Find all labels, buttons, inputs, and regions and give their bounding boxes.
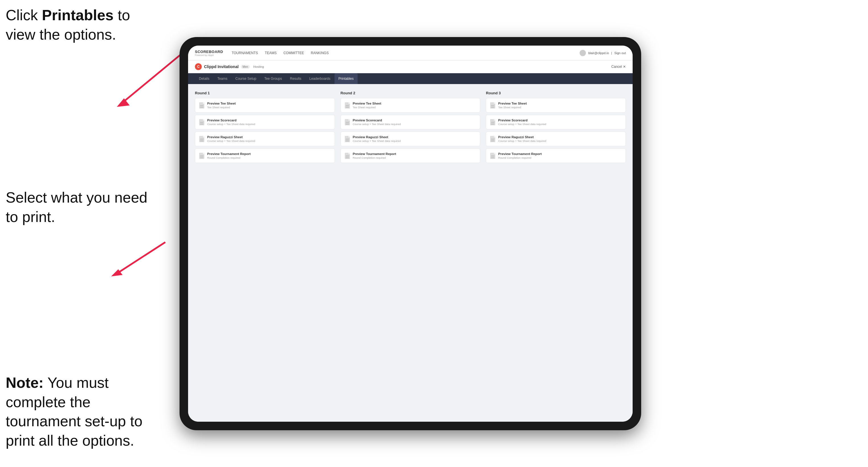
- tab-teams[interactable]: Teams: [213, 73, 231, 84]
- r2-raguzzi-title: Preview Raguzzi Sheet: [353, 135, 401, 139]
- r3-tee-sheet-subtitle: Tee Sheet required: [498, 106, 527, 109]
- svg-line-0: [123, 49, 188, 102]
- round-3-cards: Preview Tee Sheet Tee Sheet required: [486, 98, 626, 163]
- round-3-section: Round 3 Preview Tee Shee: [486, 91, 626, 163]
- r1-report-title: Preview Tournament Report: [207, 152, 251, 156]
- cancel-button[interactable]: Cancel ✕: [611, 65, 626, 69]
- tablet-screen: SCOREBOARD Powered by clippd TOURNAMENTS…: [188, 45, 632, 422]
- round-2-title: Round 2: [341, 91, 480, 95]
- tab-printables[interactable]: Printables: [335, 73, 358, 84]
- nav-right: blair@clippd.io | Sign out: [580, 50, 626, 56]
- round-3-tournament-report[interactable]: Preview Tournament Report Round Completi…: [486, 149, 626, 163]
- tournament-header: C Clippd Invitational Men Hosting Cancel…: [188, 60, 632, 73]
- round-2-scorecard[interactable]: Preview Scorecard Course setup + Tee She…: [341, 115, 480, 129]
- doc-icon: [199, 153, 204, 159]
- user-email: blair@clippd.io: [588, 51, 609, 55]
- brand: SCOREBOARD Powered by clippd: [195, 50, 223, 56]
- round-3-raguzzi[interactable]: Preview Raguzzi Sheet Course setup + Tee…: [486, 132, 626, 146]
- doc-icon: [345, 153, 350, 159]
- round-1-title: Round 1: [195, 91, 335, 95]
- doc-icon: [199, 102, 204, 108]
- round-1-section: Round 1 Preview Tee Shee: [195, 91, 335, 163]
- annotation-bottom: Note: You must complete the tournament s…: [6, 373, 165, 450]
- r2-tee-sheet-subtitle: Tee Sheet required: [353, 106, 381, 109]
- round-2-raguzzi[interactable]: Preview Raguzzi Sheet Course setup + Tee…: [341, 132, 480, 146]
- doc-icon: [490, 119, 495, 125]
- tournament-status: Hosting: [253, 65, 264, 68]
- r3-tee-sheet-title: Preview Tee Sheet: [498, 102, 527, 105]
- nav-rankings[interactable]: RANKINGS: [311, 50, 329, 56]
- doc-icon: [345, 136, 350, 142]
- doc-icon: [199, 119, 204, 125]
- round-1-cards: Preview Tee Sheet Tee Sheet required: [195, 98, 335, 163]
- r1-report-subtitle: Round Completion required: [207, 156, 251, 159]
- r2-report-subtitle: Round Completion required: [353, 156, 396, 159]
- r2-report-title: Preview Tournament Report: [353, 152, 396, 156]
- tablet-device: SCOREBOARD Powered by clippd TOURNAMENTS…: [180, 37, 641, 430]
- r1-scorecard-title: Preview Scorecard: [207, 119, 255, 122]
- round-1-raguzzi[interactable]: Preview Raguzzi Sheet Course setup + Tee…: [195, 132, 335, 146]
- r2-scorecard-subtitle: Course setup + Tee Sheet data required: [353, 123, 401, 126]
- svg-line-2: [117, 242, 165, 274]
- r2-raguzzi-subtitle: Course setup + Tee Sheet data required: [353, 139, 401, 143]
- round-1-scorecard[interactable]: Preview Scorecard Course setup + Tee She…: [195, 115, 335, 129]
- doc-icon: [345, 119, 350, 125]
- round-2-section: Round 2 Preview Tee Shee: [341, 91, 480, 163]
- tab-details[interactable]: Details: [195, 73, 213, 84]
- round-1-tournament-report[interactable]: Preview Tournament Report Round Completi…: [195, 149, 335, 163]
- round-2-tournament-report[interactable]: Preview Tournament Report Round Completi…: [341, 149, 480, 163]
- r1-raguzzi-title: Preview Raguzzi Sheet: [207, 135, 255, 139]
- round-3-tee-sheet[interactable]: Preview Tee Sheet Tee Sheet required: [486, 98, 626, 113]
- r1-tee-sheet-subtitle: Tee Sheet required: [207, 106, 236, 109]
- tournament-gender-badge: Men: [241, 65, 250, 69]
- r3-raguzzi-subtitle: Course setup + Tee Sheet data required: [498, 139, 546, 143]
- r3-scorecard-title: Preview Scorecard: [498, 119, 546, 122]
- tournament-logo: C: [195, 63, 202, 70]
- doc-icon: [199, 136, 204, 142]
- brand-subtitle: Powered by clippd: [195, 54, 223, 56]
- r3-scorecard-subtitle: Course setup + Tee Sheet data required: [498, 123, 546, 126]
- doc-icon: [490, 153, 495, 159]
- r3-report-title: Preview Tournament Report: [498, 152, 542, 156]
- round-2-cards: Preview Tee Sheet Tee Sheet required: [341, 98, 480, 163]
- annotation-middle: Select what you need to print.: [6, 188, 148, 226]
- tab-tee-groups[interactable]: Tee Groups: [260, 73, 286, 84]
- brand-title: SCOREBOARD: [195, 50, 223, 54]
- svg-marker-1: [117, 98, 130, 107]
- top-nav: SCOREBOARD Powered by clippd TOURNAMENTS…: [188, 45, 632, 60]
- main-nav: TOURNAMENTS TEAMS COMMITTEE RANKINGS: [232, 50, 580, 56]
- rounds-grid: Round 1 Preview Tee Shee: [195, 91, 626, 163]
- nav-teams[interactable]: TEAMS: [265, 50, 276, 56]
- round-3-scorecard[interactable]: Preview Scorecard Course setup + Tee She…: [486, 115, 626, 129]
- r2-tee-sheet-title: Preview Tee Sheet: [353, 102, 381, 105]
- doc-icon: [490, 102, 495, 108]
- doc-icon: [345, 102, 350, 108]
- r1-tee-sheet-title: Preview Tee Sheet: [207, 102, 236, 105]
- r3-report-subtitle: Round Completion required: [498, 156, 542, 159]
- sub-nav: Details Teams Course Setup Tee Groups Re…: [188, 73, 632, 84]
- annotation-top: Click Printables to view the options.: [6, 6, 154, 44]
- arrow-middle: [108, 239, 171, 279]
- round-3-title: Round 3: [486, 91, 626, 95]
- nav-committee[interactable]: COMMITTEE: [283, 50, 304, 56]
- main-content: Round 1 Preview Tee Shee: [188, 84, 632, 422]
- tab-results[interactable]: Results: [286, 73, 305, 84]
- user-avatar: [580, 50, 586, 56]
- r3-raguzzi-title: Preview Raguzzi Sheet: [498, 135, 546, 139]
- r2-scorecard-title: Preview Scorecard: [353, 119, 401, 122]
- round-2-tee-sheet[interactable]: Preview Tee Sheet Tee Sheet required: [341, 98, 480, 113]
- tournament-name: Clippd Invitational: [204, 64, 239, 69]
- r1-scorecard-subtitle: Course setup + Tee Sheet data required: [207, 123, 255, 126]
- doc-icon: [490, 136, 495, 142]
- tab-leaderboards[interactable]: Leaderboards: [305, 73, 334, 84]
- round-1-tee-sheet[interactable]: Preview Tee Sheet Tee Sheet required: [195, 98, 335, 113]
- r1-raguzzi-subtitle: Course setup + Tee Sheet data required: [207, 139, 255, 143]
- nav-separator: |: [611, 51, 612, 55]
- sign-out-link[interactable]: Sign out: [614, 51, 626, 55]
- tournament-title-area: C Clippd Invitational Men Hosting: [195, 63, 264, 70]
- nav-tournaments[interactable]: TOURNAMENTS: [232, 50, 258, 56]
- tab-course-setup[interactable]: Course Setup: [231, 73, 260, 84]
